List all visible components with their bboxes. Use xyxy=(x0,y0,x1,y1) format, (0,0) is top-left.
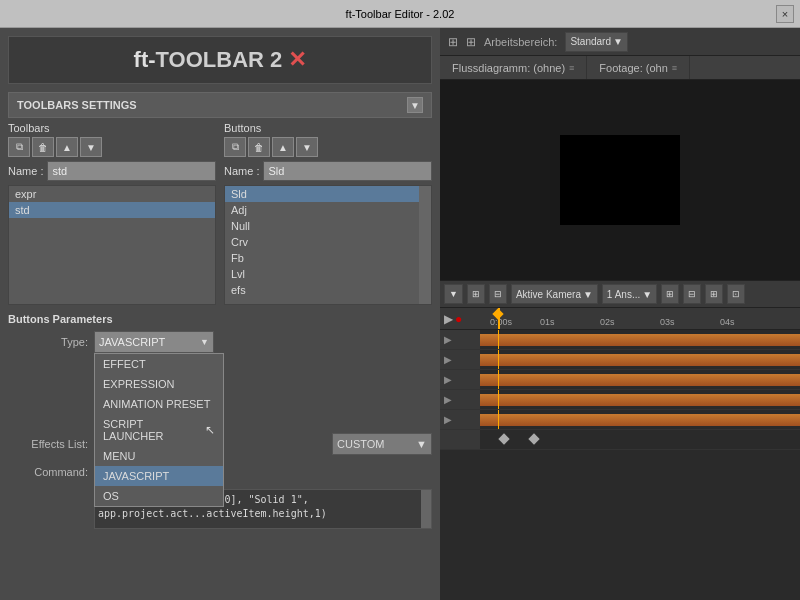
toolbar-delete-btn[interactable]: 🗑 xyxy=(32,137,54,157)
cursor-icon: ↖ xyxy=(205,423,215,437)
buttons-section-label: Buttons xyxy=(224,122,432,134)
type-value: JAVASCRIPT xyxy=(99,336,165,348)
dropdown-item-animation-preset[interactable]: ANIMATION PRESET xyxy=(95,394,223,414)
ae-camera-arrow: ▼ xyxy=(583,289,593,300)
ae-ctrl-btn-4[interactable]: ⊡ xyxy=(727,284,745,304)
timeline-row-2: ▶ xyxy=(440,350,800,370)
row-3-right xyxy=(480,370,800,389)
list-item[interactable]: std xyxy=(9,202,215,218)
ae-tab-footage[interactable]: Footage: (ohn ≡ xyxy=(587,56,690,79)
row-1-right xyxy=(480,330,800,349)
ae-tab-footage-label: Footage: (ohn xyxy=(599,62,668,74)
timeline-row-1: ▶ xyxy=(440,330,800,350)
type-dropdown[interactable]: EFFECT EXPRESSION ANIMATION PRESET SCRIP… xyxy=(94,353,224,507)
list-item[interactable]: Crv xyxy=(225,234,431,250)
list-item[interactable]: Fb xyxy=(225,250,431,266)
close-button[interactable]: × xyxy=(776,5,794,23)
ae-icon-1[interactable]: ⊞ xyxy=(448,35,458,49)
ae-preview-box xyxy=(560,135,680,225)
settings-dropdown-arrow[interactable]: ▼ xyxy=(407,97,423,113)
expand-arrow-1[interactable]: ▶ xyxy=(444,334,452,345)
logo-text: ft-TOOLBAR 2 ✕ xyxy=(134,47,307,73)
toolbars-name-row: Name : xyxy=(8,161,216,181)
buttons-params-section: Buttons Parameters Type: JAVASCRIPT ▼ EF… xyxy=(8,309,432,529)
expand-arrow-4[interactable]: ▶ xyxy=(444,394,452,405)
buttons-list-scrollbar[interactable] xyxy=(419,186,431,304)
left-panel: ft-TOOLBAR 2 ✕ TOOLBARS SETTINGS ▼ Toolb… xyxy=(0,28,440,600)
ae-ctrl-btn-2[interactable]: ⊟ xyxy=(683,284,701,304)
workspace-arrow: ▼ xyxy=(613,36,623,47)
ae-camera-select[interactable]: Aktive Kamera ▼ xyxy=(511,284,598,304)
play-icon[interactable]: ▶ xyxy=(444,312,453,326)
toolbar-copy-btn[interactable]: ⧉ xyxy=(8,137,30,157)
code-scrollbar[interactable] xyxy=(421,490,431,528)
ae-expand-btn[interactable]: ▼ xyxy=(444,284,463,304)
buttons-name-input[interactable] xyxy=(263,161,432,181)
list-item[interactable]: expr xyxy=(9,186,215,202)
timeline-bar-1 xyxy=(480,334,800,346)
timeline-bar-4 xyxy=(480,394,800,406)
record-icon[interactable]: ● xyxy=(455,312,462,326)
ae-ctrl-btn-3[interactable]: ⊞ xyxy=(705,284,723,304)
ae-workspace-value: Standard xyxy=(570,36,611,47)
ae-tab-fluss-close[interactable]: ≡ xyxy=(569,63,574,73)
buttons-copy-btn[interactable]: ⧉ xyxy=(224,137,246,157)
list-item[interactable]: efs xyxy=(225,282,431,298)
dropdown-item-script-launcher[interactable]: SCRIPT LAUNCHER ↖ xyxy=(95,414,223,446)
row-4-right xyxy=(480,390,800,409)
ae-workspace-select[interactable]: Standard ▼ xyxy=(565,32,628,52)
toolbar-up-btn[interactable]: ▲ xyxy=(56,137,78,157)
list-item[interactable]: Null xyxy=(225,218,431,234)
playhead-line-2 xyxy=(498,350,499,369)
row-6-left xyxy=(440,430,480,449)
dropdown-item-javascript[interactable]: JAVASCRIPT xyxy=(95,466,223,486)
list-item[interactable]: Sld xyxy=(225,186,431,202)
dropdown-item-os[interactable]: OS xyxy=(95,486,223,506)
list-item[interactable]: Adj xyxy=(225,202,431,218)
effects-dropdown[interactable]: CUSTOM ▼ xyxy=(332,433,432,455)
playhead-line-3 xyxy=(498,370,499,389)
timeline-bar-5 xyxy=(480,414,800,426)
dropdown-item-effect[interactable]: EFFECT xyxy=(95,354,223,374)
ae-tab-fluss-label: Flussdiagramm: (ohne) xyxy=(452,62,565,74)
ae-tab-fluss[interactable]: Flussdiagramm: (ohne) ≡ xyxy=(440,56,587,79)
expand-arrow-3[interactable]: ▶ xyxy=(444,374,452,385)
ae-timeline: ▶ ● 0:00s 01s 02s 03s 04s xyxy=(440,308,800,600)
row-4-left: ▶ xyxy=(440,390,480,409)
dropdown-item-menu[interactable]: MENU xyxy=(95,446,223,466)
toolbars-name-input[interactable] xyxy=(47,161,216,181)
ae-view-arrow: ▼ xyxy=(642,289,652,300)
ae-icon-2[interactable]: ⊞ xyxy=(466,35,476,49)
toolbar-down-btn[interactable]: ▼ xyxy=(80,137,102,157)
list-item[interactable]: Lvl xyxy=(225,266,431,282)
dropdown-item-expression[interactable]: EXPRESSION xyxy=(95,374,223,394)
effects-list-label: Effects List: xyxy=(8,438,88,450)
ae-view-select[interactable]: 1 Ans... ▼ xyxy=(602,284,657,304)
title-text: ft-Toolbar Editor - 2.02 xyxy=(346,8,455,20)
timeline-bar-2 xyxy=(480,354,800,366)
ae-tab-footage-close[interactable]: ≡ xyxy=(672,63,677,73)
expand-arrow-2[interactable]: ▶ xyxy=(444,354,452,365)
ae-grid2-btn[interactable]: ⊟ xyxy=(489,284,507,304)
logo-prefix: ft- xyxy=(134,47,156,72)
ae-grid-btn[interactable]: ⊞ xyxy=(467,284,485,304)
buttons-down-btn[interactable]: ▼ xyxy=(296,137,318,157)
settings-label: TOOLBARS SETTINGS xyxy=(17,99,137,111)
buttons-delete-btn[interactable]: 🗑 xyxy=(248,137,270,157)
ruler-label-1: 01s xyxy=(540,317,555,327)
type-param-row: Type: JAVASCRIPT ▼ EFFECT EXPRESSION ANI… xyxy=(8,331,432,353)
type-select-arrow: ▼ xyxy=(200,337,209,347)
buttons-up-btn[interactable]: ▲ xyxy=(272,137,294,157)
buttons-toolbar: ⧉ 🗑 ▲ ▼ xyxy=(224,137,432,157)
playhead-line-1 xyxy=(498,330,499,349)
type-select[interactable]: JAVASCRIPT ▼ xyxy=(94,331,214,353)
ae-view-label: 1 Ans... xyxy=(607,289,640,300)
ae-ctrl-btn-1[interactable]: ⊞ xyxy=(661,284,679,304)
row-5-left: ▶ xyxy=(440,410,480,429)
toolbars-list[interactable]: expr std xyxy=(8,185,216,305)
toolbars-panel: Toolbars ⧉ 🗑 ▲ ▼ Name : expr std xyxy=(8,122,216,305)
playhead[interactable] xyxy=(498,308,500,329)
diamond-1 xyxy=(498,433,509,444)
buttons-list[interactable]: Sld Adj Null Crv Fb Lvl efs xyxy=(224,185,432,305)
expand-arrow-5[interactable]: ▶ xyxy=(444,414,452,425)
